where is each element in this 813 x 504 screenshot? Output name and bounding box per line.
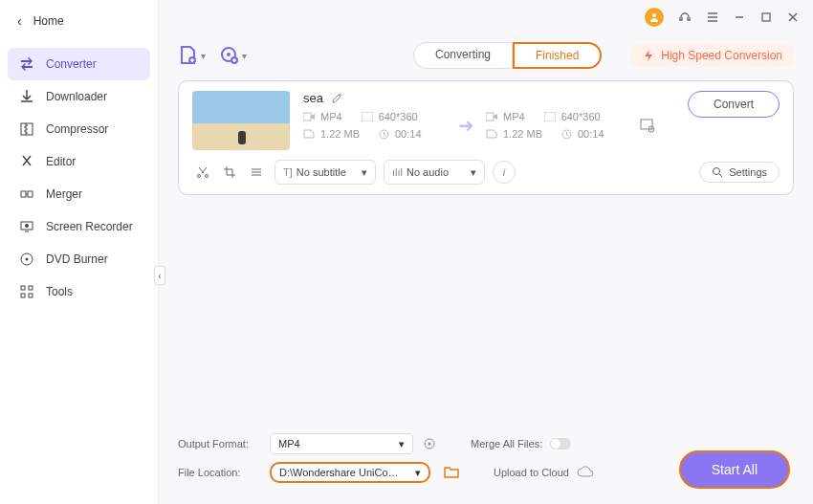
convert-button[interactable]: Convert xyxy=(688,91,780,118)
cloud-icon[interactable] xyxy=(577,466,594,479)
sidebar-item-converter[interactable]: Converter xyxy=(8,48,150,80)
upload-cloud-label: Upload to Cloud xyxy=(494,467,569,478)
subtitle-select[interactable]: T]No subtitle ▾ xyxy=(275,160,376,185)
clock-icon xyxy=(561,129,572,140)
sidebar-item-dvd[interactable]: DVD Burner xyxy=(8,243,150,275)
chevron-down-icon: ▾ xyxy=(415,467,421,479)
sidebar-item-label: Screen Recorder xyxy=(46,220,133,233)
info-button[interactable]: i xyxy=(493,161,516,184)
resolution-icon xyxy=(362,112,373,121)
svg-point-15 xyxy=(227,53,231,56)
trim-icon[interactable] xyxy=(196,165,209,179)
svg-rect-18 xyxy=(362,112,373,121)
file-name: sea xyxy=(303,91,323,105)
rename-icon[interactable] xyxy=(331,92,343,104)
file-location-label: File Location: xyxy=(178,467,260,478)
chevron-down-icon: ▾ xyxy=(242,51,247,61)
svg-rect-1 xyxy=(21,191,26,197)
settings-button[interactable]: Settings xyxy=(699,162,780,183)
resolution-icon xyxy=(544,112,556,121)
sidebar-item-tools[interactable]: Tools xyxy=(8,275,150,308)
output-settings-gear-icon[interactable] xyxy=(423,437,436,450)
downloader-icon xyxy=(19,89,34,104)
collapse-sidebar-button[interactable]: ‹ xyxy=(154,266,165,285)
svg-point-25 xyxy=(198,175,201,178)
editor-icon xyxy=(19,154,34,169)
svg-rect-23 xyxy=(641,120,652,129)
lightning-icon xyxy=(642,49,655,62)
sidebar-item-label: Converter xyxy=(46,57,97,71)
tab-converting[interactable]: Converting xyxy=(413,42,513,69)
main: ▾ ▾ Converting Finished High Speed Conve… xyxy=(159,0,813,504)
converter-icon xyxy=(19,56,34,72)
crop-icon[interactable] xyxy=(223,165,236,179)
magnifier-icon xyxy=(712,166,723,178)
svg-point-4 xyxy=(25,224,29,228)
video-icon xyxy=(303,112,315,121)
clock-icon xyxy=(379,129,389,140)
sidebar-item-label: Downloader xyxy=(46,90,107,103)
svg-rect-12 xyxy=(762,13,770,21)
source-meta: MP4 640*360 1.22 MB 00:14 xyxy=(303,111,447,140)
add-dvd-button[interactable]: ▾ xyxy=(219,45,247,66)
sidebar-item-downloader[interactable]: Downloader xyxy=(8,80,150,113)
svg-point-26 xyxy=(206,175,209,178)
output-format-select[interactable]: MP4 ▾ xyxy=(270,433,413,454)
support-icon[interactable] xyxy=(677,10,692,25)
svg-rect-9 xyxy=(21,294,25,297)
output-format-label: Output Format: xyxy=(178,438,260,449)
size-icon xyxy=(303,129,315,139)
minimize-button[interactable] xyxy=(733,11,746,24)
merge-toggle[interactable] xyxy=(550,438,571,449)
add-file-button[interactable]: ▾ xyxy=(178,45,206,66)
start-all-button[interactable]: Start All xyxy=(679,450,790,489)
sidebar-item-label: Tools xyxy=(46,285,73,298)
merger-icon xyxy=(19,186,34,202)
audio-select[interactable]: ılılNo audio ▾ xyxy=(384,160,485,185)
tab-finished[interactable]: Finished xyxy=(513,42,602,69)
user-avatar[interactable] xyxy=(645,8,664,27)
arrow-right-icon: ➜ xyxy=(447,114,486,137)
svg-rect-10 xyxy=(29,294,33,297)
audio-icon: ılıl xyxy=(392,166,403,178)
more-icon[interactable] xyxy=(250,165,263,179)
high-speed-label: High Speed Conversion xyxy=(661,49,782,62)
close-button[interactable] xyxy=(786,11,800,24)
open-folder-icon[interactable] xyxy=(444,466,459,479)
svg-point-27 xyxy=(714,168,720,175)
size-icon xyxy=(486,129,497,139)
file-location-select[interactable]: D:\Wondershare UniConverter 1 ▾ xyxy=(270,462,430,483)
svg-point-11 xyxy=(652,13,656,17)
target-meta: MP4 640*360 1.22 MB 00:14 xyxy=(486,111,629,140)
video-icon xyxy=(486,112,497,121)
merge-label: Merge All Files: xyxy=(471,438,542,449)
sidebar: ‹ Home Converter Downloader Compressor E… xyxy=(0,0,159,504)
svg-rect-8 xyxy=(29,286,33,290)
recorder-icon xyxy=(19,219,34,234)
menu-icon[interactable] xyxy=(706,11,719,24)
sidebar-item-merger[interactable]: Merger xyxy=(8,178,150,210)
sidebar-item-label: DVD Burner xyxy=(46,252,108,266)
home-button[interactable]: ‹ Home xyxy=(0,0,158,42)
high-speed-conversion-button[interactable]: High Speed Conversion xyxy=(630,44,794,67)
video-thumbnail[interactable] xyxy=(192,91,290,150)
chevron-down-icon: ▾ xyxy=(201,51,206,61)
file-card: sea MP4 640*360 1.22 MB xyxy=(178,80,794,195)
compressor-icon xyxy=(19,121,34,137)
bottom-bar: Output Format: MP4 ▾ Merge All Files: Fi… xyxy=(159,424,813,504)
sidebar-item-label: Editor xyxy=(46,155,76,168)
sidebar-item-compressor[interactable]: Compressor xyxy=(8,113,150,145)
output-settings-icon[interactable] xyxy=(639,117,656,134)
chevron-down-icon: ▾ xyxy=(471,166,476,179)
svg-rect-7 xyxy=(21,286,25,290)
sidebar-item-recorder[interactable]: Screen Recorder xyxy=(8,210,150,243)
chevron-down-icon: ▾ xyxy=(362,166,367,179)
svg-rect-21 xyxy=(544,112,556,121)
sidebar-item-label: Compressor xyxy=(46,122,108,136)
home-label: Home xyxy=(33,14,64,28)
svg-point-29 xyxy=(428,443,431,446)
svg-rect-17 xyxy=(303,113,311,121)
sidebar-item-editor[interactable]: Editor xyxy=(8,145,150,178)
subtitle-icon: T] xyxy=(283,166,293,178)
maximize-button[interactable] xyxy=(759,11,773,24)
